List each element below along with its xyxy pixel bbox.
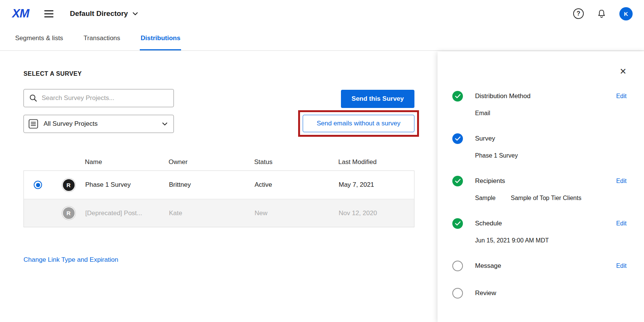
edit-message-link[interactable]: Edit	[616, 263, 627, 269]
step-label: Recipients	[475, 177, 505, 185]
notifications-bell-icon[interactable]	[597, 9, 606, 19]
column-status: Status	[254, 158, 338, 166]
step-detail-type: Sample	[475, 195, 496, 202]
page-title: SELECT A SURVEY	[23, 70, 414, 77]
step-review: Review	[452, 288, 627, 299]
survey-picker: SELECT A SURVEY All Survey Projects Send…	[23, 51, 414, 264]
directory-selector[interactable]: Default Directory	[70, 9, 138, 18]
check-icon	[452, 133, 463, 144]
directory-label: Default Directory	[70, 9, 128, 18]
send-this-survey-button[interactable]: Send this Survey	[341, 90, 414, 108]
step-survey: Survey Phase 1 Survey	[452, 133, 627, 159]
cell-name: Phase 1 Survey	[85, 181, 169, 189]
step-label: Distribution Method	[475, 92, 530, 100]
tab-bar: Segments & lists Transactions Distributi…	[0, 27, 644, 51]
step-label: Survey	[475, 135, 495, 142]
column-owner: Owner	[169, 158, 254, 166]
tab-transactions[interactable]: Transactions	[83, 27, 121, 50]
cell-owner: Brittney	[169, 181, 255, 189]
step-detail: Jun 15, 2021 9:00 AM MDT	[475, 237, 549, 244]
edit-recipients-link[interactable]: Edit	[616, 178, 627, 184]
edit-schedule-link[interactable]: Edit	[616, 220, 627, 227]
project-filter-value: All Survey Projects	[44, 120, 157, 128]
step-label: Message	[475, 262, 501, 270]
column-name: Name	[85, 158, 169, 166]
survey-avatar: R	[62, 206, 75, 220]
tab-distributions[interactable]: Distributions	[140, 27, 181, 50]
close-icon[interactable]: ✕	[620, 67, 627, 76]
survey-avatar: R	[62, 178, 75, 192]
radio-selected[interactable]	[34, 181, 42, 189]
step-message: Message Edit	[452, 261, 627, 271]
project-filter-dropdown[interactable]: All Survey Projects	[23, 115, 174, 133]
distribution-steps-panel: ✕ Distribution Method Edit Email Sur	[438, 52, 644, 322]
step-schedule: Schedule Edit Jun 15, 2021 9:00 AM MDT	[452, 218, 627, 244]
step-detail: Phase 1 Survey	[475, 152, 518, 159]
send-emails-without-survey-button[interactable]: Send emails without a survey	[303, 115, 414, 132]
search-icon	[29, 94, 38, 102]
table-row[interactable]: R Phase 1 Survey Brittney Active May 7, …	[24, 171, 414, 199]
cell-last-modified: May 7, 2021	[339, 181, 414, 189]
chevron-down-icon	[162, 122, 167, 126]
user-avatar[interactable]: K	[619, 7, 633, 20]
step-detail: Email	[475, 110, 490, 117]
step-label: Review	[475, 289, 496, 297]
check-icon	[452, 176, 463, 186]
list-icon	[28, 119, 38, 129]
empty-step-icon	[452, 261, 463, 271]
menu-icon[interactable]	[44, 10, 53, 17]
search-input[interactable]	[42, 94, 168, 102]
edit-distribution-method-link[interactable]: Edit	[616, 93, 627, 100]
check-icon	[452, 218, 463, 229]
change-link-type-link[interactable]: Change Link Type and Expiration	[23, 256, 118, 264]
step-distribution-method: Distribution Method Edit Email	[452, 91, 627, 117]
tab-segments-lists[interactable]: Segments & lists	[14, 27, 64, 50]
xm-logo: XM	[12, 7, 29, 20]
chevron-down-icon	[133, 12, 138, 16]
table-header: Name Owner Status Last Modified	[23, 154, 414, 170]
survey-table: Name Owner Status Last Modified R Phase …	[23, 154, 414, 227]
step-label: Schedule	[475, 220, 502, 227]
empty-step-icon	[452, 288, 463, 299]
step-detail: Sample of Top Tier Clients	[511, 195, 581, 202]
help-icon[interactable]: ?	[573, 8, 584, 19]
table-row[interactable]: R [Deprecated] Post... Kate New Nov 12, …	[24, 199, 414, 227]
cell-name: [Deprecated] Post...	[85, 209, 169, 217]
top-bar: XM Default Directory ? K	[0, 0, 644, 27]
column-last-modified: Last Modified	[338, 158, 414, 166]
table-body: R Phase 1 Survey Brittney Active May 7, …	[23, 170, 414, 227]
search-box	[23, 89, 174, 107]
cell-status: New	[255, 209, 339, 217]
check-icon	[452, 91, 463, 102]
step-recipients: Recipients Edit Sample Sample of Top Tie…	[452, 176, 627, 202]
cell-status: Active	[255, 181, 339, 189]
cell-last-modified: Nov 12, 2020	[339, 209, 414, 217]
cell-owner: Kate	[169, 209, 255, 217]
main-area: SELECT A SURVEY All Survey Projects Send…	[0, 51, 644, 322]
red-highlight-annotation: Send emails without a survey	[298, 110, 419, 137]
